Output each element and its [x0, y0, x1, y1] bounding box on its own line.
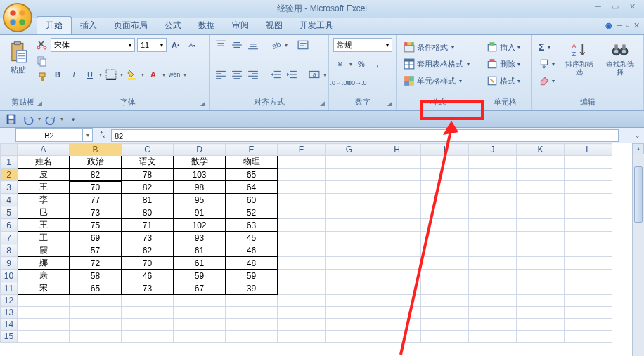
cell-B3[interactable]: 70	[70, 181, 122, 194]
sort-filter-button[interactable]: AZ 排序和筛选	[560, 38, 598, 79]
cell-C6[interactable]: 71	[122, 219, 174, 232]
cell-F15[interactable]	[278, 331, 326, 343]
cell-A5[interactable]: 㔾	[18, 206, 70, 219]
formula-input[interactable]: 82	[111, 129, 619, 142]
cell-L3[interactable]	[565, 181, 612, 194]
cell-C11[interactable]: 73	[122, 282, 174, 295]
cell-C1[interactable]: 语文	[122, 156, 174, 169]
cell-G8[interactable]	[326, 244, 373, 257]
find-select-button[interactable]: 查找和选择	[601, 38, 639, 79]
increase-indent-button[interactable]	[285, 67, 299, 81]
bold-button[interactable]: B	[51, 67, 65, 81]
cell-E7[interactable]: 45	[226, 232, 278, 244]
cell-J3[interactable]	[469, 181, 517, 194]
cell-F13[interactable]	[278, 307, 326, 319]
cell-G3[interactable]	[326, 181, 373, 194]
cell-I14[interactable]	[421, 319, 469, 331]
cell-I3[interactable]	[421, 181, 469, 194]
cell-I13[interactable]	[421, 307, 469, 319]
insert-cells-button[interactable]: 插入▾	[484, 41, 523, 53]
col-header-B[interactable]: B	[70, 144, 122, 156]
cell-A12[interactable]	[18, 295, 70, 307]
minimize-ribbon-button[interactable]: ─	[617, 21, 622, 30]
cell-F10[interactable]	[278, 270, 326, 282]
tab-formulas[interactable]: 公式	[156, 17, 190, 34]
cell-K14[interactable]	[517, 319, 565, 331]
row-header-6[interactable]: 6	[1, 219, 18, 232]
spreadsheet-grid[interactable]: ABCDEFGHIJKL1姓名政治语文数学物理2皮8278103653王7082…	[0, 143, 644, 356]
cell-G5[interactable]	[326, 206, 373, 219]
cell-J11[interactable]	[469, 282, 517, 295]
cell-L2[interactable]	[565, 169, 612, 181]
align-center-button[interactable]	[230, 67, 244, 81]
name-box-dropdown[interactable]: ▾	[82, 129, 92, 142]
cell-H5[interactable]	[373, 206, 421, 219]
cell-L4[interactable]	[565, 194, 612, 206]
cell-L10[interactable]	[565, 270, 612, 282]
col-header-L[interactable]: L	[565, 144, 612, 156]
cell-A6[interactable]: 王	[18, 219, 70, 232]
restore-window-button[interactable]: ▫	[626, 21, 629, 30]
cell-K9[interactable]	[517, 257, 565, 270]
font-color-button[interactable]: A	[146, 67, 160, 81]
increase-decimal-button[interactable]: .0→.00	[333, 76, 347, 90]
col-header-J[interactable]: J	[469, 144, 517, 156]
cell-G4[interactable]	[326, 194, 373, 206]
tab-data[interactable]: 数据	[190, 17, 224, 34]
cell-F2[interactable]	[278, 169, 326, 181]
fill-button[interactable]: ▾	[536, 58, 558, 70]
cell-G15[interactable]	[326, 331, 373, 343]
close-button[interactable]: ✕	[624, 2, 640, 13]
cell-A3[interactable]: 王	[18, 181, 70, 194]
select-all-corner[interactable]	[1, 144, 18, 156]
close-workbook-button[interactable]: ✕	[633, 21, 640, 30]
row-header-10[interactable]: 10	[1, 270, 18, 282]
cell-G6[interactable]	[326, 219, 373, 232]
cell-H11[interactable]	[373, 282, 421, 295]
cell-H7[interactable]	[373, 232, 421, 244]
maximize-button[interactable]: ▭	[607, 2, 623, 13]
align-right-button[interactable]	[246, 67, 260, 81]
cell-F1[interactable]	[278, 156, 326, 169]
cell-C3[interactable]: 82	[122, 181, 174, 194]
cell-K2[interactable]	[517, 169, 565, 181]
cell-G10[interactable]	[326, 270, 373, 282]
orientation-button[interactable]: ab	[269, 38, 283, 52]
cell-H4[interactable]	[373, 194, 421, 206]
clipboard-dialog-launcher[interactable]: ◢	[35, 100, 44, 109]
cell-G12[interactable]	[326, 295, 373, 307]
cell-K5[interactable]	[517, 206, 565, 219]
format-as-table-button[interactable]: 套用表格格式▾	[401, 58, 472, 70]
decrease-font-button[interactable]: A▾	[185, 38, 199, 52]
cell-B15[interactable]	[70, 331, 122, 343]
cell-E14[interactable]	[226, 319, 278, 331]
cell-F4[interactable]	[278, 194, 326, 206]
cell-D13[interactable]	[174, 307, 226, 319]
cell-I1[interactable]	[421, 156, 469, 169]
cell-I6[interactable]	[421, 219, 469, 232]
cell-A13[interactable]	[18, 307, 70, 319]
row-header-15[interactable]: 15	[1, 331, 18, 343]
cell-H14[interactable]	[373, 319, 421, 331]
cell-I9[interactable]	[421, 257, 469, 270]
phonetic-button[interactable]: wén	[167, 67, 181, 81]
tab-insert[interactable]: 插入	[72, 17, 105, 34]
cell-L11[interactable]	[565, 282, 612, 295]
cell-I11[interactable]	[421, 282, 469, 295]
cell-J14[interactable]	[469, 319, 517, 331]
cell-K10[interactable]	[517, 270, 565, 282]
cell-I8[interactable]	[421, 244, 469, 257]
row-header-2[interactable]: 2	[1, 169, 18, 181]
cell-B8[interactable]: 57	[70, 244, 122, 257]
cell-G9[interactable]	[326, 257, 373, 270]
cell-J7[interactable]	[469, 232, 517, 244]
cell-C12[interactable]	[122, 295, 174, 307]
cell-E15[interactable]	[226, 331, 278, 343]
row-header-1[interactable]: 1	[1, 156, 18, 169]
cell-C4[interactable]: 81	[122, 194, 174, 206]
cell-B13[interactable]	[70, 307, 122, 319]
cell-K12[interactable]	[517, 295, 565, 307]
col-header-I[interactable]: I	[421, 144, 469, 156]
cell-F14[interactable]	[278, 319, 326, 331]
office-button[interactable]	[3, 3, 32, 32]
